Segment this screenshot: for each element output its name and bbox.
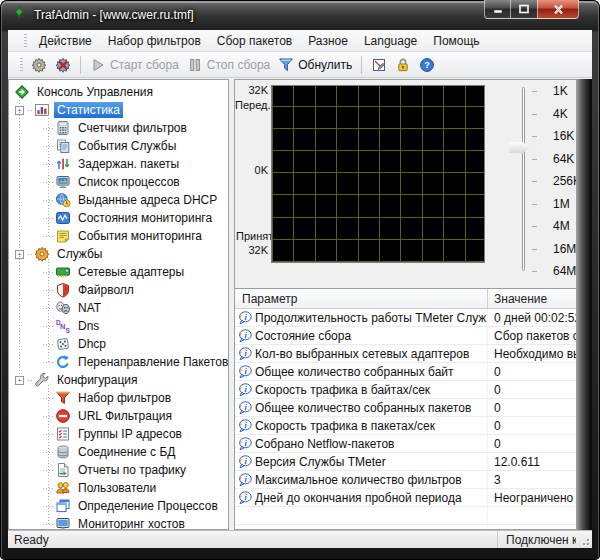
tree-item[interactable]: Сетевые адаптеры [9,263,228,281]
table-row[interactable]: iПродолжительность работы TMeter Служ...… [235,309,576,327]
param-text: Продолжительность работы TMeter Служ... [255,311,488,325]
tree-item[interactable]: Задержан. пакеты [9,155,228,173]
menu-item[interactable]: Помощь [425,31,487,51]
stop-capture-button[interactable]: Стоп сбора [183,55,274,75]
tree-item[interactable]: Соединение с БД [9,443,228,461]
slider-scale-label: 4M [553,219,577,233]
tree-item[interactable]: Отчеты по трафику [9,461,228,479]
traffic-graph-section: 32K Перед. 0K Принят 32K 1K4K16K64K256K1… [235,80,577,288]
table-row[interactable]: iСобрано Netflow-пакетов0 [235,435,576,453]
tree-guide-line [48,115,49,236]
properties-button[interactable] [367,55,391,75]
tree-item[interactable]: -Службы [9,245,228,263]
slider-tick [532,181,537,182]
param-cell: iВерсия Службы TMeter [235,453,488,470]
resize-grip[interactable] [579,535,589,545]
slider-scale-label: 16K [553,129,577,143]
table-row[interactable]: iСкорость трафика в байтах/сек0 [235,381,576,399]
tree-item[interactable]: Состояния мониторинга [9,209,228,227]
tree-item[interactable]: URL Фильтрация [9,407,228,425]
tree-item[interactable]: Список процессов [9,173,228,191]
info-balloon-icon: i [237,346,253,362]
tree-item[interactable]: Набор фильтров [9,389,228,407]
scale-slider-track[interactable] [522,87,525,271]
value-cell: 12.0.611 [488,455,576,469]
param-cell: iОбщее количество собранных пакетов [235,399,488,416]
toolbar-grip[interactable] [20,58,23,72]
tree-item[interactable]: -Конфигурация [9,371,228,389]
param-cell: iСкорость трафика в пакетах/сек [235,417,488,434]
menu-item[interactable]: Сбор пакетов [209,31,300,51]
param-cell: iОбщее количество собранных байт [235,363,488,380]
tree-item[interactable]: События Службы [9,137,228,155]
tree-item[interactable]: Счетчики фильтров [9,119,228,137]
disconnect-button[interactable] [51,55,75,75]
options-button[interactable] [27,55,51,75]
tree-item[interactable]: NAT [9,299,228,317]
axis-top-value: 32K [235,84,268,96]
tree-item[interactable]: DNSDns [9,317,228,335]
param-text: Максимальное количество фильтров [255,473,462,487]
lock-icon [395,57,411,73]
menu-item[interactable]: Разное [300,31,356,51]
tree-item[interactable]: Определение Процессов [9,497,228,515]
lock-button[interactable] [391,55,415,75]
table-row[interactable]: iМаксимальное количество фильтров3 [235,471,576,489]
toolbar-separator [80,56,81,74]
tree-item-label: Файрволл [75,282,137,298]
monitoring-states-icon [54,210,71,226]
service-events-icon [54,138,71,154]
details-panel: 32K Перед. 0K Принят 32K 1K4K16K64K256K1… [234,79,577,530]
tree-item[interactable]: Пользователи [9,479,228,497]
slider-scale-label: 1M [553,197,577,211]
tree-item[interactable]: Перенаправление Пакетов [9,353,228,371]
menu-item[interactable]: Действие [31,31,100,51]
start-capture-button[interactable]: Старт сбора [86,55,183,75]
help-button[interactable]: ? [415,55,439,75]
tree-item[interactable]: Группы IP адресов [9,425,228,443]
table-row[interactable]: iКол-во выбранных сетевых адаптеровНеобх… [235,345,576,363]
table-row[interactable]: iВерсия Службы TMeter12.0.611 [235,453,576,471]
tree-item-label: События Службы [75,138,179,154]
tree-item[interactable]: Мониторинг хостов [9,515,228,530]
tree-item-label: Выданные адреса DHCP [75,192,220,208]
menu-item[interactable]: Набор фильтров [100,31,209,51]
menu-item[interactable]: Language [356,31,425,51]
table-row[interactable]: iСкорость трафика в пакетах/сек0 [235,417,576,435]
tree-item-label: События мониторинга [75,228,205,244]
param-text: Скорость трафика в байтах/сек [255,383,430,397]
table-row[interactable]: iСостояние сбораСбор пакетов о... [235,327,576,345]
tree-item[interactable]: Выданные адреса DHCP [9,191,228,209]
tree-item[interactable]: Консоль Управления [9,83,228,101]
table-header[interactable]: Параметр Значение [235,289,576,309]
table-row[interactable]: iДней до окончания пробной периодаНеогра… [235,489,576,507]
table-row[interactable]: iОбщее количество собранных байт0 [235,363,576,381]
value-cell: 0 [488,401,576,415]
tree-guide-line [48,259,49,362]
tree-item[interactable]: -Статистика [9,101,228,119]
reset-button[interactable]: Обнулить [274,55,356,75]
main-area: Консоль Управления-СтатистикаСчетчики фи… [8,79,592,530]
info-balloon-icon: i [237,382,253,398]
slider-scale-label: 64K [553,152,577,166]
dhcp-dice-icon [54,336,71,352]
properties-icon [371,57,387,73]
tree-item-label: Перенаправление Пакетов [75,354,229,370]
tree-item[interactable]: Файрволл [9,281,228,299]
column-header-value[interactable]: Значение [488,292,576,306]
table-row[interactable]: iОбщее количество собранных пакетов0 [235,399,576,417]
scale-slider-thumb[interactable] [509,142,530,153]
tree-item[interactable]: Dhcp [9,335,228,353]
axis-bottom-value: 32K [235,244,268,256]
value-cell: 0 дней 00:02:52 [488,311,576,325]
users-icon [54,480,71,496]
dhcp-leases-icon [54,192,71,208]
maximize-button[interactable] [510,0,538,19]
tree-item-label: Статистика [54,102,123,118]
column-header-param[interactable]: Параметр [235,289,488,308]
tree-item[interactable]: События мониторинга [9,227,228,245]
menubar-grip[interactable] [24,34,27,48]
close-button[interactable] [537,0,579,19]
tree-item-label: Консоль Управления [34,84,156,100]
minimize-button[interactable] [484,0,511,19]
